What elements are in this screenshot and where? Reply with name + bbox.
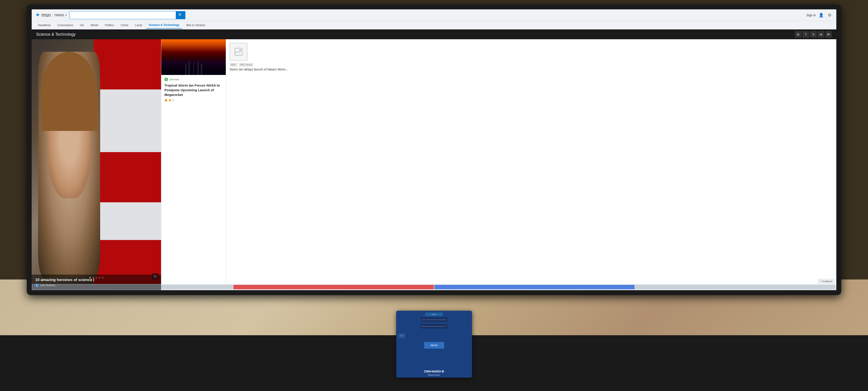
nav-item-war-ukraine[interactable]: War in Ukraine — [183, 22, 208, 29]
nav-item-local[interactable]: Local — [132, 22, 145, 29]
eth-label: ETH — [398, 333, 405, 338]
msn-bird-icon: ✦ — [35, 11, 40, 19]
secondary-article-meta: 😮 🔥 8 — [164, 99, 223, 102]
svg-point-4 — [240, 50, 241, 51]
dsi-port: DSI ════════════════ — [421, 324, 447, 329]
featured-source-name: Live Science — [40, 284, 55, 287]
browser-window: ✦ msn | news ▾ 🔍 Sign in 👤 ⚙ — [32, 9, 836, 290]
featured-image — [32, 39, 161, 290]
reaction-emoji: 😮 — [164, 99, 167, 102]
settings-icon[interactable]: ⚙ — [827, 12, 833, 18]
twitter-share-icon[interactable]: 𝕏 — [810, 31, 817, 38]
email-share-icon[interactable]: ✉ — [825, 31, 832, 38]
secondary-source-badge: G Gizmodo — [164, 77, 223, 81]
featured-article[interactable]: 📷 10 amazing heroines of science | L Liv… — [32, 39, 161, 290]
tertiary-article-content: BBC BBC News Storm Ian delays launch of … — [229, 63, 833, 287]
tertiary-source-tag: BBC BBC News — [229, 63, 833, 66]
featured-caption: 10 amazing heroines of science | L Live … — [32, 274, 161, 290]
monitor-bezel: ✦ msn | news ▾ 🔍 Sign in 👤 ⚙ — [27, 4, 841, 295]
nav-item-crime[interactable]: Crime — [118, 22, 131, 29]
search-bar[interactable]: 🔍 — [69, 11, 185, 19]
hulyn-chip: HULYN — [424, 342, 444, 349]
browser-toolbar: ✦ msn | news ▾ 🔍 Sign in 👤 ⚙ — [32, 9, 836, 21]
secondary-article-title: Tropical Storm Ian Forces NASA to Postpo… — [164, 83, 223, 97]
social-share-icons: in f 𝕏 w ✉ — [795, 31, 832, 38]
ad-slot-2 — [233, 285, 434, 289]
section-header: Science & Technology in f 𝕏 w ✉ — [32, 29, 836, 39]
svg-line-5 — [236, 54, 240, 55]
featured-person-image — [38, 52, 100, 278]
msn-text: msn — [41, 12, 51, 18]
search-input[interactable] — [70, 13, 176, 17]
msn-logo[interactable]: ✦ msn | news ▾ — [35, 11, 67, 19]
tertiary-article[interactable]: BBC BBC News Storm Ian delays launch of … — [226, 39, 836, 290]
nav-bar: Headlines Coronavirus US World Politics … — [32, 21, 836, 29]
nav-divider: | — [52, 12, 53, 18]
reaction-emoji-2: 🔥 — [168, 99, 172, 102]
nav-item-world[interactable]: World — [88, 22, 101, 29]
caret-icon: ▾ — [65, 13, 67, 17]
reaction-icons[interactable]: 😮 🔥 8 — [164, 99, 174, 102]
sign-in-label[interactable]: Sign in — [806, 13, 816, 17]
nav-item-coronavirus[interactable]: Coronavirus — [55, 22, 76, 29]
section-title: Science & Technology — [36, 32, 75, 37]
nav-item-science-tech[interactable]: Science & Technology — [146, 22, 182, 29]
featured-source: L Live Science — [35, 284, 157, 287]
raspberry-pi-board: HDMI CSI ════════════════ DSI ══════════… — [396, 311, 472, 378]
ad-slot-4 — [635, 285, 835, 289]
secondary-article-content: G Gizmodo Tropical Storm Ian Forces NASA… — [161, 75, 226, 290]
source-icon: L — [35, 284, 39, 287]
tertiary-source-name: BBC News — [239, 63, 253, 66]
whatsapp-share-icon[interactable]: w — [817, 31, 824, 38]
nav-item-headlines[interactable]: Headlines — [35, 22, 54, 29]
reaction-count: 8 — [173, 99, 174, 102]
featured-article-title: 10 amazing heroines of science | — [35, 278, 157, 282]
svg-line-1 — [235, 51, 237, 54]
linkedin-share-icon[interactable]: in — [795, 31, 802, 38]
tertiary-broken-image — [229, 43, 247, 61]
ad-slot-3 — [434, 285, 635, 289]
feedback-icon: ▪ — [820, 280, 821, 283]
hdmi-port: HDMI — [425, 313, 443, 316]
tertiary-source-badge: BBC — [229, 63, 237, 66]
nav-item-us[interactable]: US — [77, 22, 87, 29]
feedback-button[interactable]: ▪ Feedback — [818, 279, 835, 284]
monitor-screen: ✦ msn | news ▾ 🔍 Sign in 👤 ⚙ — [32, 9, 836, 290]
secondary-article-image — [161, 39, 226, 75]
secondary-article[interactable]: G Gizmodo Tropical Storm Ian Forces NASA… — [161, 39, 226, 290]
main-content: Science & Technology in f 𝕏 w ✉ — [32, 29, 836, 290]
news-grid: 📷 10 amazing heroines of science | L Liv… — [32, 39, 836, 290]
search-button[interactable]: 🔍 — [176, 11, 185, 19]
tertiary-article-title: Storm Ian delays launch of Nasa's Moon..… — [229, 67, 833, 72]
secondary-source-name: Gizmodo — [169, 78, 179, 81]
svg-line-2 — [237, 51, 239, 53]
sign-in-area: Sign in 👤 ⚙ — [806, 12, 833, 18]
csi-port: CSI ════════════════ — [421, 317, 447, 322]
nav-item-politics[interactable]: Politics — [102, 22, 117, 29]
user-icon[interactable]: 👤 — [818, 12, 824, 18]
feedback-label: Feedback — [822, 280, 833, 283]
section-label: news — [55, 13, 64, 18]
facebook-share-icon[interactable]: f — [802, 31, 809, 38]
gizmodo-icon: G — [164, 77, 168, 81]
